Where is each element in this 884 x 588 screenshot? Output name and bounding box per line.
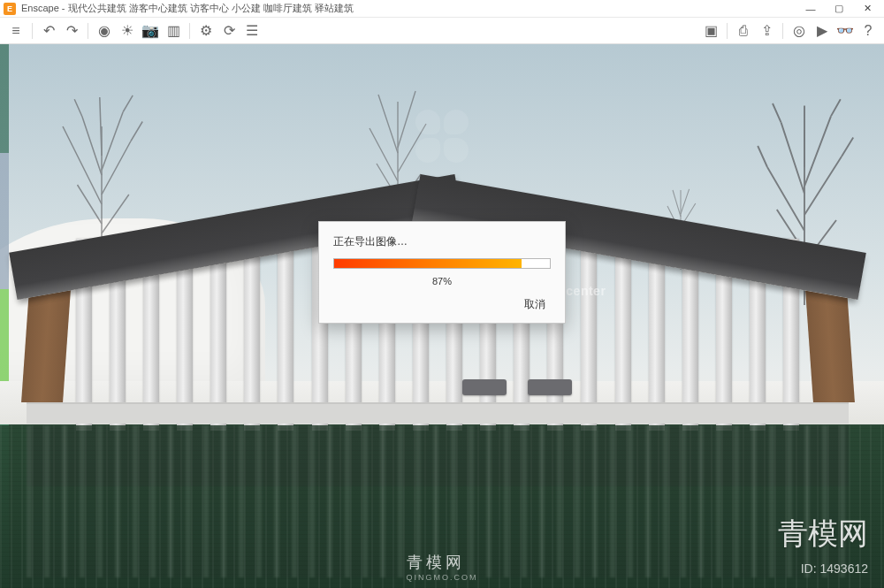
water-reflection (27, 425, 849, 577)
layers-icon[interactable]: ☰ (241, 20, 263, 42)
export-icon[interactable]: ⇪ (756, 20, 777, 42)
app-icon: E (4, 3, 16, 15)
cancel-button[interactable]: 取消 (519, 295, 551, 314)
main-toolbar: ≡↶↷◉☀📷▥⚙⟳☰ ▣⎙⇪◎▶👓? (0, 18, 884, 44)
panorama-icon[interactable]: ◎ (789, 20, 810, 42)
menu-icon[interactable]: ≡ (5, 20, 27, 42)
sync-icon[interactable]: ⟳ (218, 20, 240, 42)
progress-bar-track (333, 258, 551, 269)
window-close-button[interactable]: ✕ (854, 0, 880, 18)
export-progress-dialog: 正在导出图像… 87% 取消 (318, 221, 566, 324)
dialog-actions: 取消 (333, 295, 551, 314)
window-controls: — ▢ ✕ (797, 0, 880, 18)
building-base (27, 402, 849, 424)
undo-icon[interactable]: ↶ (38, 20, 59, 42)
window-maximize-button[interactable]: ▢ (826, 0, 852, 18)
toolbar-separator (32, 23, 33, 39)
dialog-title: 正在导出图像… (333, 234, 551, 249)
views-icon[interactable]: ▥ (163, 20, 184, 42)
toolbar-separator (727, 23, 728, 39)
render-icon[interactable]: ◉ (94, 20, 115, 42)
sofa (462, 379, 507, 395)
vr-icon[interactable]: 👓 (834, 20, 856, 42)
progress-percent-label: 87% (333, 276, 551, 286)
batch-icon[interactable]: ⎙ (733, 20, 754, 42)
settings-icon[interactable]: ⚙ (195, 20, 217, 42)
redo-icon[interactable]: ↷ (61, 20, 82, 42)
video-icon[interactable]: ▶ (812, 20, 833, 42)
sofa (528, 379, 572, 395)
toolbar-separator (782, 23, 783, 39)
toolbar-left-group: ≡↶↷◉☀📷▥⚙⟳☰ (5, 20, 263, 42)
render-viewport[interactable]: r center 正在导出图像… 87% 取消 青模网 QINGMO.COM 青… (0, 44, 884, 588)
window-titlebar: E Enscape - 现代公共建筑 游客中心建筑 访客中心 小公建 咖啡厅建筑… (0, 0, 884, 18)
sun-icon[interactable]: ☀ (117, 20, 138, 42)
toolbar-separator (189, 23, 190, 39)
progress-bar-fill (334, 259, 522, 268)
help-icon[interactable]: ? (857, 20, 879, 42)
window-title: Enscape - 现代公共建筑 游客中心建筑 访客中心 小公建 咖啡厅建筑 驿… (21, 2, 797, 15)
toolbar-right-group: ▣⎙⇪◎▶👓? (700, 20, 879, 42)
window-minimize-button[interactable]: — (797, 0, 824, 18)
camera-icon[interactable]: 📷 (140, 20, 161, 42)
viewport-icon[interactable]: ▣ (700, 20, 721, 42)
toolbar-separator (88, 23, 88, 39)
